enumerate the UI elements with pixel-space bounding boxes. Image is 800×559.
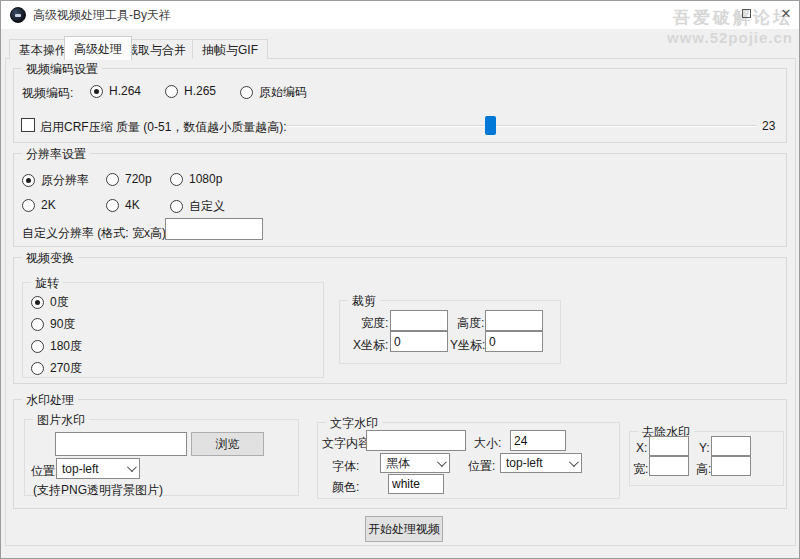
radio-original-codec[interactable]: 原始编码 — [240, 84, 307, 101]
crop-height-label: 高度: — [457, 315, 484, 332]
remove-width-label: 宽: — [633, 461, 648, 478]
radio-h265[interactable]: H.265 — [165, 84, 216, 98]
radio-720p[interactable]: 720p — [106, 172, 152, 186]
radio-2k[interactable]: 2K — [22, 198, 56, 212]
maximize-button[interactable] — [735, 2, 757, 24]
crf-checkbox[interactable] — [21, 118, 35, 132]
radio-1080p-dot-icon — [170, 173, 183, 186]
radio-rotate-180-label: 180度 — [50, 338, 82, 355]
radio-h265-label: H.265 — [184, 84, 216, 98]
group-title-resolution: 分辨率设置 — [22, 146, 90, 163]
radio-4k-label: 4K — [125, 198, 140, 212]
radio-rotate-90-label: 90度 — [50, 316, 75, 333]
quality-slider-track[interactable] — [286, 125, 757, 127]
radio-original-resolution-dot-icon — [22, 174, 35, 187]
text-font-select[interactable]: 黑体 — [380, 453, 450, 473]
group-title-video-encoding: 视频编码设置 — [22, 61, 102, 78]
remove-x-input[interactable] — [649, 436, 689, 456]
group-resolution: 分辨率设置 原分辨率 720p 1080p 2K 4K 自定义 自定义分辨率 (… — [13, 153, 787, 247]
custom-resolution-input[interactable] — [165, 218, 263, 240]
radio-original-codec-label: 原始编码 — [259, 84, 307, 101]
crop-width-label: 宽度: — [361, 315, 388, 332]
quality-value: 23 — [762, 119, 775, 133]
radio-4k[interactable]: 4K — [106, 198, 140, 212]
subgroup-crop: 裁剪 宽度: 高度: X坐标: Y坐标: — [339, 300, 561, 364]
quality-label: 质量 (0-51，数值越小质量越高): — [116, 119, 287, 136]
image-watermark-position-select[interactable]: top-left — [56, 458, 140, 479]
group-video-transform: 视频变换 旋转 0度 90度 180度 270度 裁剪 宽度: — [13, 257, 787, 384]
quality-slider-thumb[interactable] — [485, 116, 496, 135]
crf-checkbox-label: 启用CRF压缩 — [40, 119, 113, 136]
text-size-input[interactable] — [510, 430, 566, 451]
radio-1080p[interactable]: 1080p — [170, 172, 222, 186]
subgroup-title-crop: 裁剪 — [348, 293, 380, 310]
chevron-down-icon — [569, 457, 579, 467]
text-position-value: top-left — [506, 456, 565, 470]
crop-x-input[interactable] — [390, 331, 448, 352]
subgroup-title-image-watermark: 图片水印 — [33, 412, 89, 429]
radio-720p-dot-icon — [106, 173, 119, 186]
radio-original-resolution-label: 原分辨率 — [41, 172, 89, 189]
crop-y-label: Y坐标: — [450, 337, 485, 354]
text-color-label: 颜色: — [332, 479, 359, 496]
radio-rotate-0[interactable]: 0度 — [31, 294, 69, 311]
image-watermark-path-input[interactable] — [55, 432, 187, 456]
radio-custom-resolution[interactable]: 自定义 — [170, 198, 225, 215]
chevron-down-icon — [437, 457, 447, 467]
window-title: 高级视频处理工具-By天祥 — [33, 1, 171, 29]
app-icon — [10, 7, 26, 23]
crop-height-input[interactable] — [485, 310, 543, 331]
subgroup-image-watermark: 图片水印 浏览 位置: top-left (支持PNG透明背景图片) — [24, 419, 299, 496]
remove-y-input[interactable] — [711, 436, 751, 456]
subgroup-title-rotate: 旋转 — [31, 275, 63, 292]
text-position-label: 位置: — [468, 458, 495, 475]
radio-h264[interactable]: H.264 — [90, 84, 141, 98]
radio-2k-label: 2K — [41, 198, 56, 212]
text-content-input[interactable] — [366, 430, 466, 451]
radio-rotate-180-dot-icon — [31, 340, 44, 353]
radio-rotate-0-dot-icon — [31, 296, 44, 309]
tab-advanced-processing[interactable]: 高级处理 — [64, 36, 132, 60]
text-color-input[interactable] — [388, 474, 444, 494]
radio-rotate-90-dot-icon — [31, 318, 44, 331]
remove-height-label: 高: — [696, 461, 711, 478]
group-watermark: 水印处理 图片水印 浏览 位置: top-left (支持PNG透明背景图片) … — [13, 399, 787, 509]
radio-h265-dot-icon — [165, 85, 178, 98]
crop-x-label: X坐标: — [353, 337, 388, 354]
chevron-down-icon — [127, 462, 137, 472]
group-title-video-transform: 视频变换 — [22, 250, 78, 267]
radio-rotate-270[interactable]: 270度 — [31, 360, 82, 377]
crop-y-input[interactable] — [485, 331, 543, 352]
radio-original-codec-dot-icon — [240, 86, 253, 99]
custom-resolution-label: 自定义分辨率 (格式: 宽x高): — [22, 225, 169, 242]
radio-rotate-270-dot-icon — [31, 362, 44, 375]
text-font-label: 字体: — [332, 458, 359, 475]
image-watermark-position-label: 位置: — [31, 463, 58, 480]
remove-width-input[interactable] — [649, 456, 689, 476]
tab-frames-gif[interactable]: 抽帧与GIF — [192, 39, 268, 59]
crop-width-input[interactable] — [390, 310, 448, 331]
close-icon: ✕ — [781, 6, 792, 21]
text-position-select[interactable]: top-left — [500, 453, 582, 473]
radio-720p-label: 720p — [125, 172, 152, 186]
radio-4k-dot-icon — [106, 199, 119, 212]
watermark-line2: www.52pojie.cn — [667, 29, 793, 46]
radio-h264-dot-icon — [90, 85, 103, 98]
image-watermark-position-value: top-left — [62, 462, 123, 476]
browse-button[interactable]: 浏览 — [191, 432, 264, 456]
text-size-label: 大小: — [474, 435, 501, 452]
radio-original-resolution[interactable]: 原分辨率 — [22, 172, 89, 189]
subgroup-rotate: 旋转 0度 90度 180度 270度 — [22, 282, 324, 378]
radio-rotate-90[interactable]: 90度 — [31, 316, 75, 333]
close-button[interactable]: ✕ — [775, 2, 797, 24]
radio-rotate-180[interactable]: 180度 — [31, 338, 82, 355]
radio-2k-dot-icon — [22, 199, 35, 212]
app-window: 高级视频处理工具-By天祥 吾爱破解论坛 www.52pojie.cn ✕ 基本… — [0, 0, 800, 559]
remove-y-label: Y: — [699, 441, 710, 455]
radio-custom-resolution-dot-icon — [170, 200, 183, 213]
text-font-value: 黑体 — [386, 455, 433, 472]
subgroup-remove-watermark: 去除水印 X: Y: 宽: 高: — [629, 431, 784, 486]
remove-x-label: X: — [636, 441, 647, 455]
radio-h264-label: H.264 — [109, 84, 141, 98]
remove-height-input[interactable] — [711, 456, 751, 476]
